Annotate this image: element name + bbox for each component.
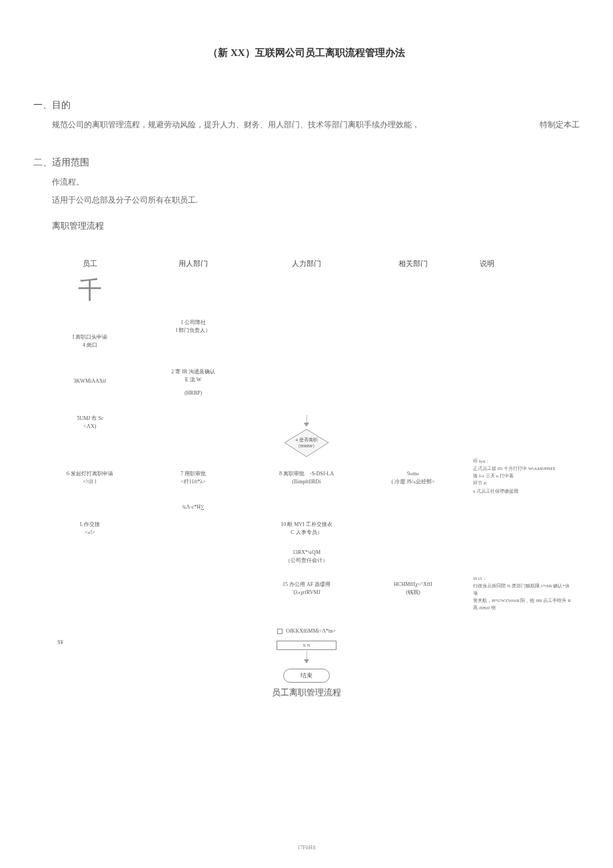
r5-c1: L 作交接 <«!> — [40, 521, 140, 537]
r2-c1: 3KWMiAAXtf — [40, 377, 140, 385]
r4-c1: 6 发起灯打离职申请 <½ll } — [40, 470, 140, 486]
flow-row-3: 5UMJ 市 Sr <ΛX) 4 是否离职 （HRBP） — [40, 415, 573, 461]
flow-row-1: I 离职口头申请 4 岗口 1 公司降社 I 部门负责人） — [40, 333, 573, 349]
section-1-body-right: 特制定本工 — [540, 118, 580, 133]
r6-c3a: 13RX*¼QM — [247, 549, 366, 557]
section-1-body-left: 规范公司的离职管理流程，规避劳动风险，提升人力、财务、用人部门、技术等部门离职手… — [52, 118, 420, 133]
r7-c4b: (钱我) — [366, 589, 460, 597]
r7-c5: W15： 行政当员按回陪 N.类部门赋权限 λ*tMi 确认*休项 管关航，H*… — [460, 575, 573, 613]
r4-c3: 8 离职审批 -S-DSI-LA (IlimpftIlRDi — [247, 470, 366, 486]
r3-c1b: <ΛX) — [40, 423, 140, 431]
r4-c1b: <½ll } — [40, 478, 140, 486]
r7-c5a: W15： — [473, 575, 573, 583]
flow-row-7: 15 办公用 AF 器缪用 '(λ«χrfRVMJ HCHMffIχ<^XffI… — [40, 581, 573, 613]
checkbox-icon — [277, 629, 283, 634]
r7-c4: HCHMffIχ<^XffI (钱我) — [366, 581, 460, 597]
r1-c1: I 离职口头申请 4 岗口 — [40, 333, 140, 349]
r2-c2b: E 流 W — [140, 376, 247, 384]
r7-c3a: 15 办公用 AF 器缪用 — [247, 581, 366, 589]
r7-c5b: 行政当员按回陪 N.类部门赋权限 λ*tMi 确认*休项 — [473, 583, 573, 597]
col-dept: 用人部门 — [140, 259, 247, 269]
col-employee: 员工 — [40, 259, 140, 269]
side-mark: $¥ — [57, 639, 63, 645]
flow-connector — [306, 415, 307, 423]
r4-c2b: <纤11ft*λ> — [140, 478, 247, 486]
r4-c2: 7 用职审批 <纤11ft*λ> — [140, 470, 247, 486]
arrow-down-end-icon — [304, 659, 309, 663]
r4-c3b: (IlimpftIlRDi — [247, 478, 366, 486]
flowchart-title: 员工离职管理流程 — [40, 687, 573, 699]
flow-connector-end — [306, 651, 307, 659]
flow-end-oval: 结束 — [283, 669, 330, 683]
glyph-mark: 千 — [40, 274, 140, 307]
r5-c1b: <«!> — [40, 529, 140, 537]
r8-c3-text: OfKKXffiMMi<Λ*tn> — [286, 628, 336, 634]
column-headers: 员工 用人部门 人力部门 相关部门 说明 — [40, 259, 573, 269]
section-1-body: 规范公司的离职管理流程，规避劳动风险，提升人力、财务、用人部门、技术等部门离职手… — [52, 118, 580, 133]
r4-c1a: 6 发起灯打离职申请 — [40, 470, 140, 478]
r1-c2a: 1 公司降社 — [140, 319, 247, 327]
decision-label-a: 4 是否离职 — [287, 437, 326, 443]
r4b-c2: ¾Λ-c*H∑ — [140, 503, 247, 511]
flow-row-4: 6 发起灯打离职申请 <½ll } 7 用职审批 <纤11ft*λ> 8 离职审… — [40, 470, 573, 495]
section-2-line1: 作流程。 — [52, 175, 580, 190]
flow-row-2: 3KWMiAAXtf 2 寄 IR 沟通及确认 E 流 W (HRBP) — [40, 368, 573, 397]
r6-c3: 13RX*¼QM （公司责任会计） — [247, 549, 366, 565]
flow-row-8: OfKKXffiMMi<Λ*tn> — [40, 627, 573, 635]
r7-c5c: 管关航，H*UWZWtttR 阳，他 IBI 员工手晗升 R — [473, 597, 573, 605]
r7-c3b: '(λ«χrfRVMJ — [247, 589, 366, 597]
r4-c4: 9«m» ( 冷眉 JS/«总经部> — [366, 470, 460, 486]
flowchart-area: 员工 用人部门 人力部门 相关部门 说明 千 I 离职口头申请 4 岗口 1 公… — [33, 259, 580, 699]
r7-c4a: HCHMffIχ<^XffI — [366, 581, 460, 589]
r4-c5e: n 式员工社保停缴援我 — [473, 488, 573, 495]
section-1-head: 一、目的 — [33, 99, 580, 111]
r4-c5d: 环节 8: — [473, 480, 573, 487]
r8-c3: OfKKXffiMMi<Λ*tn> — [247, 627, 366, 635]
r4-c4b: ( 冷眉 JS/«总经部> — [366, 478, 460, 486]
r3-c1a: 5UMJ 市 Sr — [40, 415, 140, 423]
r7-c5d: 高 JIHiff 明 — [473, 605, 573, 612]
r4-c5b: 正式员工接 ID 十月打打中 WtAMIJHMX — [473, 465, 573, 473]
r5-c3b: C 人事专员） — [247, 529, 366, 537]
decision-cell: 4 是否离职 （HRBP） — [247, 415, 366, 461]
decision-diamond: 4 是否离职 （HRBP） — [283, 428, 330, 458]
col-notes: 说明 — [460, 259, 573, 269]
flow-end-box: X N — [277, 641, 336, 650]
r4-c5a: 环 Iytí： — [473, 458, 573, 465]
r7-c3: 15 办公用 AF 器缪用 '(λ«χrfRVMJ — [247, 581, 366, 597]
r2-c2c: (HRBP) — [140, 389, 247, 397]
r1-c1b: 4 岗口 — [40, 341, 140, 349]
section-2-line2: 适用于公司总部及分子公司所有在职员工. — [52, 193, 580, 208]
r4-c4a: 9«m» — [366, 470, 460, 478]
r2-c1-text: 3KWMiAAXtf — [40, 377, 140, 385]
page-footer: 17FltHft — [0, 845, 613, 851]
r5-c3: 10 献 MVI 工补交接衣 C 人事专员） — [247, 521, 366, 537]
flow-row-5: L 作交接 <«!> 10 献 MVI 工补交接衣 C 人事专员） — [40, 521, 573, 537]
r4-c3c: -S-DSI-LA — [310, 471, 334, 477]
r1-c2b: I 部门负责人） — [140, 327, 247, 335]
section-2-head: 二、适用范围 — [33, 157, 580, 169]
arrow-down-icon — [304, 423, 309, 427]
r4-c3a: 8 离职审批 — [279, 471, 305, 477]
r1-c2: 1 公司降社 I 部门负责人） — [140, 319, 247, 335]
r4-c2a: 7 用职审批 — [140, 470, 247, 478]
r5-c3a: 10 献 MVI 工补交接衣 — [247, 521, 366, 529]
flow-heading: 离职管理流程 — [52, 220, 580, 232]
flow-row-6: 13RX*¼QM （公司责任会计） — [40, 549, 573, 565]
page-title: （新 XX）互联网公司员工离职流程管理办法 — [33, 47, 580, 59]
r3-c1: 5UMJ 市 Sr <ΛX) — [40, 415, 140, 431]
r2-c2a: 2 寄 IR 沟通及确认 — [140, 368, 247, 376]
decision-label-b: （HRBP） — [287, 443, 326, 448]
col-hr: 人力部门 — [247, 259, 366, 269]
r4-c5c: 骑 for 三天 n 打中看 — [473, 473, 573, 480]
r2-c2: 2 寄 IR 沟通及确认 E 流 W (HRBP) — [140, 368, 247, 397]
r4-c5: 环 Iytí： 正式员工接 ID 十月打打中 WtAMIJHMX 骑 for 三… — [460, 458, 573, 495]
r6-c3b: （公司责任会计） — [247, 557, 366, 565]
col-related: 相关部门 — [366, 259, 460, 269]
r1-c1a: I 离职口头申请 — [40, 333, 140, 341]
flow-row-4b: ¾Λ-c*H∑ — [40, 503, 573, 511]
r5-c1a: L 作交接 — [40, 521, 140, 529]
